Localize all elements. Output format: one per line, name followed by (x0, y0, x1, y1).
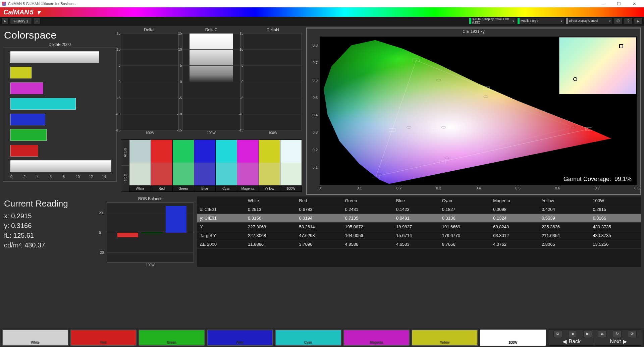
chevron-down-icon[interactable]: ▾ (559, 19, 564, 23)
table-header (197, 196, 245, 205)
brand-menu-dropdown-icon[interactable]: ▾ (36, 9, 42, 15)
settings-button[interactable]: ⚙ (614, 17, 623, 24)
rgb-balance-bar-g (142, 233, 162, 234)
table-header: White (245, 196, 297, 205)
deltae2000-chart: 02468101214 (3, 48, 117, 182)
brand-bar: CalMAN 5 ▾ (0, 7, 644, 17)
deltae2000-bar-blue (10, 114, 45, 125)
rgb-balance-title: RGB Balance (107, 196, 194, 201)
swatch-col-magenta: Magenta (237, 140, 258, 191)
swatch-row-labels: Actual Target (121, 140, 129, 191)
mini-charts-row: DeltaL -15-10-5051015 100W DeltaC -15-10… (121, 27, 302, 135)
gamut-coverage-text: Gamut Coverage: (564, 176, 611, 182)
device-source-button[interactable]: Mobile Forge ▾ (517, 17, 564, 24)
upper-row: Colorspace DeltaE 2000 02468101214 Delta… (3, 27, 641, 195)
back-arrow-icon: ◀ (562, 338, 567, 345)
table-header: Cyan (439, 196, 491, 205)
swatch-actual (216, 140, 237, 163)
tab-add-button[interactable]: + (33, 17, 41, 24)
lower-row: Current Reading x: 0.2915 y: 0.3166 fL: … (3, 196, 641, 267)
brand-name: CalMAN (3, 8, 29, 16)
swatch-button-red[interactable]: Red (70, 330, 137, 346)
swatch-button-green[interactable]: Green (139, 330, 205, 346)
swatch-label: Green (173, 185, 194, 191)
deltae2000-title: DeltaE 2000 (3, 42, 117, 47)
page-title: Colorspace (4, 30, 117, 41)
tab-play-button[interactable]: ▶ (1, 17, 9, 24)
brand-logo[interactable]: CalMAN 5 ▾ (0, 7, 45, 17)
table-row[interactable]: x: CIE310.29130.67830.24310.14230.18270.… (197, 205, 641, 214)
table-row[interactable]: Y227.306858.2614195.087218.9827191.66696… (197, 223, 641, 231)
chevron-down-icon[interactable]: ▾ (607, 19, 612, 23)
skip-button[interactable]: ⏭ (598, 331, 607, 337)
swatch-button-blue[interactable]: Blue (207, 330, 273, 346)
table-header: Yellow (539, 196, 590, 205)
next-button[interactable]: Next▶ (595, 338, 642, 345)
back-button[interactable]: ◀Back (548, 338, 595, 345)
reading-y: y: 0.3166 (4, 222, 102, 230)
repeat-button[interactable]: ↻ (613, 331, 622, 337)
data-table: WhiteRedGreenBlueCyanMagentaYellow100Wx:… (197, 196, 641, 267)
device-meter-button[interactable]: X-Rite i1Display Retail LCD (LED) ▾ (469, 17, 516, 24)
deltah-chart: DeltaH -15-10-5051015 100W (244, 27, 302, 135)
swatch-actual (151, 140, 172, 163)
deltal-title: DeltaL (121, 27, 179, 32)
device-display-label: Direct Display Control (568, 19, 607, 23)
deltah-xlabel: 100W (244, 131, 302, 135)
deltac-chart: DeltaC -15-10-5051015 100W (182, 27, 240, 135)
swatch-button-100w[interactable]: 100W (480, 330, 546, 346)
table-row[interactable]: Target Y227.306847.6298164.005615.671417… (197, 231, 641, 240)
device-display-button[interactable]: Direct Display Control ▾ (566, 17, 612, 24)
device-source-label: Mobile Forge (520, 19, 559, 23)
content-area: Colorspace DeltaE 2000 02468101214 Delta… (0, 25, 644, 328)
loop-button[interactable]: ⟳ (628, 331, 637, 337)
window-maximize-button[interactable]: ☐ (611, 0, 627, 7)
table-row[interactable]: ΔE 200011.88863.70904.85864.65338.76664.… (197, 240, 641, 249)
device-meter-label: X-Rite i1Display Retail LCD (LED) (471, 17, 511, 24)
deltac-title: DeltaC (182, 27, 240, 32)
deltae2000-bar-red (10, 145, 38, 157)
swatch-target (173, 163, 194, 185)
swatch-label: Blue (194, 185, 215, 191)
os-title: CalMAN 5 CalMAN Ultimate for Business (8, 2, 75, 6)
play-button[interactable]: ▶ (583, 331, 592, 337)
swatch-target (151, 163, 172, 185)
swatch-col-100w: 100W (280, 140, 302, 191)
reading-x: x: 0.2915 (4, 212, 102, 220)
gamut-coverage-label: Gamut Coverage: 99.1% (559, 174, 636, 184)
collapse-button[interactable]: ▸ (634, 17, 643, 24)
table-row[interactable]: y: CIE310.31560.31940.71350.04810.31360.… (197, 214, 641, 223)
swatch-actual (259, 140, 280, 163)
swatch-col-red: Red (151, 140, 172, 191)
stop-button[interactable]: ■ (568, 331, 577, 337)
swatch-button-cyan[interactable]: Cyan (275, 330, 341, 346)
deltae2000-bar-green (10, 129, 47, 141)
mid-column: DeltaL -15-10-5051015 100W DeltaC -15-10… (121, 27, 302, 195)
help-button[interactable]: ? (624, 17, 633, 24)
swatch-col-white: White (129, 140, 151, 191)
nav-control-group: ⧉ ■ ▶ ⏭ ↻ ⟳ ◀Back Next▶ (548, 330, 642, 346)
cie-inset-preview (559, 37, 636, 94)
tab-history-1[interactable]: History 1 (10, 17, 32, 24)
swatch-actual (129, 140, 151, 163)
swatch-col-blue: Blue (194, 140, 215, 191)
swatch-label: Cyan (216, 185, 237, 191)
swatch-actual (194, 140, 215, 163)
deltae2000-bar-yellow (10, 67, 32, 78)
window-close-button[interactable]: ✕ (627, 0, 642, 7)
next-label: Next (610, 339, 621, 345)
chevron-down-icon[interactable]: ▾ (511, 19, 516, 23)
current-reading-panel: Current Reading x: 0.2915 y: 0.3166 fL: … (3, 196, 103, 267)
swatch-actual (173, 140, 194, 163)
swatch-col-green: Green (172, 140, 194, 191)
swatch-button-magenta[interactable]: Magenta (343, 330, 410, 346)
capture-button[interactable]: ⧉ (553, 331, 562, 337)
swatch-target (280, 163, 302, 185)
deltae2000-bar-100w (10, 160, 111, 172)
swatch-label: Yellow (259, 185, 280, 191)
swatch-button-yellow[interactable]: Yellow (412, 330, 478, 346)
swatch-target (259, 163, 280, 185)
swatch-button-white[interactable]: White (2, 330, 68, 346)
table-header: Red (297, 196, 342, 205)
window-minimize-button[interactable]: — (596, 0, 611, 7)
